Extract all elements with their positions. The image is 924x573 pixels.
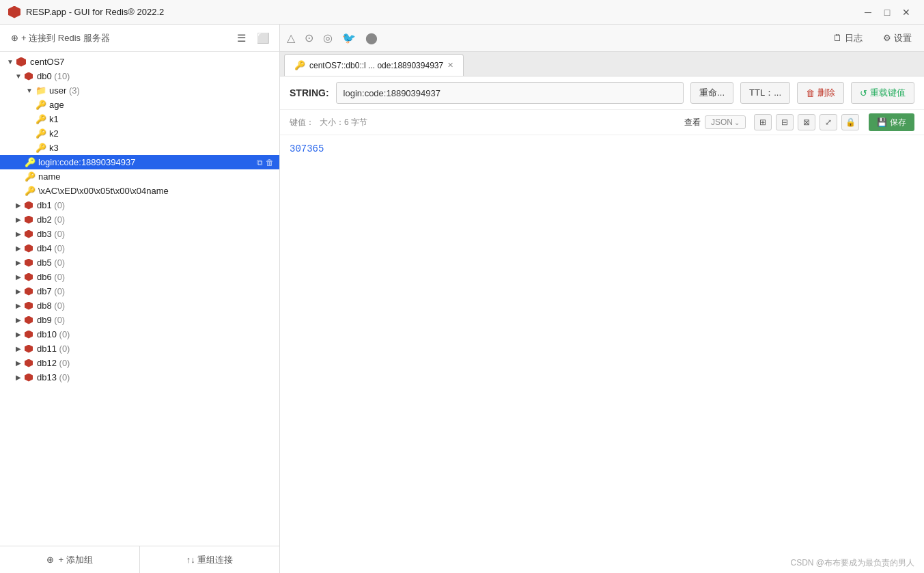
db8-label: db8 (0) <box>37 301 274 311</box>
db0-arrow: ▼ <box>14 72 23 81</box>
tabs-bar: 🔑 centOS7::db0::l ... ode:18890394937 ✕ <box>280 52 924 76</box>
db1-node[interactable]: ▶ db1 (0) <box>0 198 279 212</box>
key-header: STRING: 重命... TTL：... 🗑 删除 ↺ 重载键值 <box>280 76 924 110</box>
reload-button[interactable]: ↺ 重载键值 <box>851 82 914 104</box>
delete-button[interactable]: 🗑 删除 <box>797 82 844 104</box>
add-group-button[interactable]: ⊕ + 添加组 <box>0 546 140 573</box>
user-folder-node[interactable]: ▼ 📁 user (3) <box>0 83 279 98</box>
maximize-button[interactable]: □ <box>878 3 897 22</box>
save-button[interactable]: 💾 保存 <box>869 113 914 131</box>
save-icon: 💾 <box>877 117 887 127</box>
main-layout: ⊕ + 连接到 Redis 服务器 ☰ ⬜ ▼ centOS7 ▼ db0 (1… <box>0 25 924 573</box>
db3-label: db3 (0) <box>37 229 274 239</box>
key-type-badge: STRING: <box>290 87 329 98</box>
twitter-icon[interactable]: 🐦 <box>342 31 356 44</box>
key-value-area: 307365 <box>280 135 924 573</box>
key-login-code[interactable]: 🔑 login:code:18890394937 ⧉ 🗑 <box>0 155 279 169</box>
key-icon-age: 🔑 <box>36 100 46 110</box>
view-icon-btn-3[interactable]: ⊠ <box>798 114 815 130</box>
view-icon-btn-5[interactable]: 🔒 <box>841 114 859 130</box>
content-area: △ ⊙ ◎ 🐦 ⬤ 🗒 日志 ⚙ 设置 🔑 <box>280 25 924 573</box>
server-node[interactable]: ▼ centOS7 <box>0 55 279 69</box>
db4-node[interactable]: ▶ db4 (0) <box>0 241 279 255</box>
titlebar: RESP.app - GUI for Redis® 2022.2 ─ □ ✕ <box>0 0 924 25</box>
info-icon[interactable]: ⊙ <box>305 31 313 44</box>
db7-label: db7 (0) <box>37 286 274 296</box>
key-name[interactable]: 🔑 name <box>0 169 279 184</box>
key-detail: STRING: 重命... TTL：... 🗑 删除 ↺ 重载键值 <box>280 76 924 573</box>
db6-label: db6 (0) <box>37 272 274 282</box>
db11-node[interactable]: ▶ db11 (0) <box>0 341 279 356</box>
key-label-age: age <box>49 100 274 110</box>
minimize-button[interactable]: ─ <box>858 3 878 22</box>
add-group-icon: ⊕ <box>46 555 54 565</box>
db2-node[interactable]: ▶ db2 (0) <box>0 212 279 227</box>
db3-node[interactable]: ▶ db3 (0) <box>0 227 279 241</box>
key-label-k3: k3 <box>49 143 274 153</box>
db3-icon <box>25 230 33 238</box>
db12-label: db12 (0) <box>37 358 274 368</box>
tab-close-button[interactable]: ✕ <box>447 61 453 70</box>
copy-key-icon[interactable]: ⧉ <box>257 158 263 167</box>
db10-label: db10 (0) <box>37 329 274 339</box>
key-name-input[interactable] <box>336 82 684 104</box>
connect-redis-button[interactable]: ⊕ + 连接到 Redis 服务器 <box>7 29 114 47</box>
send-icon[interactable]: ◎ <box>323 31 333 44</box>
db10-icon <box>25 331 33 339</box>
log-button[interactable]: 🗒 日志 <box>828 30 868 46</box>
view-icons: ⊞ ⊟ ⊠ ⤢ 🔒 <box>754 114 859 130</box>
db7-icon <box>25 288 33 296</box>
tab-main[interactable]: 🔑 centOS7::db0::l ... ode:18890394937 ✕ <box>284 54 464 76</box>
tab-label: centOS7::db0::l ... ode:18890394937 <box>309 61 443 70</box>
view-label: 查看 <box>684 117 701 128</box>
layout-icon[interactable]: ⬜ <box>254 29 272 47</box>
db5-label: db5 (0) <box>37 257 274 268</box>
key-k3[interactable]: 🔑 k3 <box>0 141 279 155</box>
db12-node[interactable]: ▶ db12 (0) <box>0 356 279 370</box>
db8-node[interactable]: ▶ db8 (0) <box>0 298 279 313</box>
key-xac[interactable]: 🔑 \xAC\xED\x00\x05t\x00\x04name <box>0 184 279 198</box>
connect-label: + 连接到 Redis 服务器 <box>21 32 110 44</box>
ttl-button[interactable]: TTL：... <box>740 82 790 104</box>
db13-node[interactable]: ▶ db13 (0) <box>0 370 279 385</box>
topbar-icons: △ ⊙ ◎ 🐦 ⬤ <box>287 31 378 44</box>
menu-icon[interactable]: ☰ <box>234 29 249 47</box>
key-label-k1: k1 <box>49 114 274 124</box>
view-icon-btn-1[interactable]: ⊞ <box>754 114 772 130</box>
connect-icon: ⊕ <box>11 33 18 43</box>
db7-node[interactable]: ▶ db7 (0) <box>0 284 279 298</box>
key-icon-name: 🔑 <box>25 171 36 182</box>
view-mode-select[interactable]: JSON ⌄ <box>705 115 746 129</box>
rename-button[interactable]: 重命... <box>690 82 733 104</box>
key-label-name: name <box>38 171 274 182</box>
trash-icon: 🗑 <box>806 88 815 98</box>
warning-icon[interactable]: △ <box>287 31 295 44</box>
db9-node[interactable]: ▶ db9 (0) <box>0 313 279 327</box>
db13-icon <box>25 374 33 382</box>
key-age[interactable]: 🔑 age <box>0 98 279 112</box>
chevron-down-icon: ⌄ <box>734 119 740 126</box>
db10-node[interactable]: ▶ db10 (0) <box>0 327 279 341</box>
db0-node[interactable]: ▼ db0 (10) <box>0 69 279 83</box>
db6-node[interactable]: ▶ db6 (0) <box>0 270 279 284</box>
settings-button[interactable]: ⚙ 设置 <box>878 30 917 46</box>
db5-node[interactable]: ▶ db5 (0) <box>0 255 279 270</box>
db12-icon <box>25 359 33 367</box>
regroup-button[interactable]: ↑↓ 重组连接 <box>140 546 279 573</box>
key-k1[interactable]: 🔑 k1 <box>0 112 279 126</box>
key-label-login-code: login:code:18890394937 <box>38 157 257 167</box>
key-value-text: 307365 <box>290 143 324 154</box>
log-label: 日志 <box>845 32 863 44</box>
db1-label: db1 (0) <box>37 200 274 210</box>
delete-key-icon[interactable]: 🗑 <box>266 158 274 167</box>
view-icon-btn-2[interactable]: ⊟ <box>776 114 794 130</box>
github-icon[interactable]: ⬤ <box>365 31 378 44</box>
db6-icon <box>25 273 33 281</box>
key-icon-k3: 🔑 <box>36 143 46 153</box>
key-k2[interactable]: 🔑 k2 <box>0 126 279 141</box>
view-icon-btn-4[interactable]: ⤢ <box>820 114 837 130</box>
close-button[interactable]: ✕ <box>897 3 916 22</box>
db1-arrow: ▶ <box>14 201 23 210</box>
db5-icon <box>25 259 33 267</box>
key-label-xac: \xAC\xED\x00\x05t\x00\x04name <box>38 186 274 196</box>
